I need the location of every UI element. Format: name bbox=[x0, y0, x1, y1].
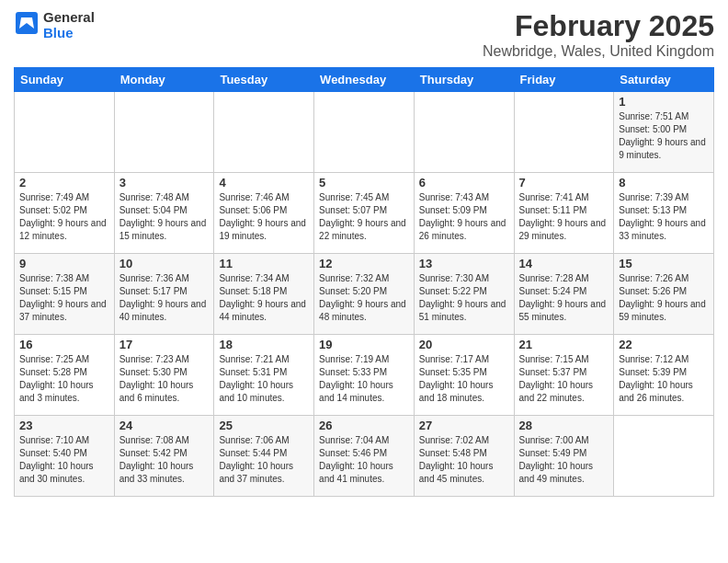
day-info: Sunrise: 7:34 AM Sunset: 5:18 PM Dayligh… bbox=[219, 272, 309, 324]
day-cell: 15Sunrise: 7:26 AM Sunset: 5:26 PM Dayli… bbox=[614, 254, 714, 335]
day-number: 17 bbox=[119, 338, 210, 351]
day-cell: 24Sunrise: 7:08 AM Sunset: 5:42 PM Dayli… bbox=[114, 416, 214, 497]
day-number: 22 bbox=[619, 338, 709, 351]
day-info: Sunrise: 7:49 AM Sunset: 5:02 PM Dayligh… bbox=[19, 191, 109, 243]
day-cell: 23Sunrise: 7:10 AM Sunset: 5:40 PM Dayli… bbox=[15, 416, 115, 497]
day-number: 18 bbox=[219, 338, 309, 351]
day-number: 6 bbox=[419, 176, 509, 190]
day-number: 2 bbox=[19, 176, 109, 190]
week-row-0: 1Sunrise: 7:51 AM Sunset: 5:00 PM Daylig… bbox=[15, 92, 714, 173]
day-info: Sunrise: 7:41 AM Sunset: 5:11 PM Dayligh… bbox=[519, 191, 609, 243]
col-header-monday: Monday bbox=[114, 68, 214, 92]
day-cell: 18Sunrise: 7:21 AM Sunset: 5:31 PM Dayli… bbox=[214, 335, 314, 416]
day-number: 15 bbox=[619, 257, 709, 270]
day-cell: 7Sunrise: 7:41 AM Sunset: 5:11 PM Daylig… bbox=[514, 173, 614, 254]
day-number: 10 bbox=[119, 257, 210, 270]
day-cell: 9Sunrise: 7:38 AM Sunset: 5:15 PM Daylig… bbox=[15, 254, 115, 335]
title-area: February 2025 Newbridge, Wales, United K… bbox=[483, 9, 714, 60]
day-info: Sunrise: 7:21 AM Sunset: 5:31 PM Dayligh… bbox=[219, 353, 309, 405]
day-cell bbox=[514, 92, 614, 173]
calendar-title: February 2025 bbox=[483, 9, 714, 43]
week-row-2: 9Sunrise: 7:38 AM Sunset: 5:15 PM Daylig… bbox=[15, 254, 714, 335]
day-number: 27 bbox=[419, 419, 509, 432]
day-info: Sunrise: 7:04 AM Sunset: 5:46 PM Dayligh… bbox=[319, 434, 409, 486]
day-info: Sunrise: 7:19 AM Sunset: 5:33 PM Dayligh… bbox=[319, 353, 409, 405]
day-number: 24 bbox=[119, 419, 210, 432]
day-cell: 4Sunrise: 7:46 AM Sunset: 5:06 PM Daylig… bbox=[214, 173, 314, 254]
day-number: 12 bbox=[319, 257, 409, 270]
day-cell: 28Sunrise: 7:00 AM Sunset: 5:49 PM Dayli… bbox=[514, 416, 614, 497]
day-number: 1 bbox=[619, 95, 709, 109]
day-info: Sunrise: 7:46 AM Sunset: 5:06 PM Dayligh… bbox=[219, 191, 309, 243]
logo-icon bbox=[14, 10, 40, 36]
header: General Blue February 2025 Newbridge, Wa… bbox=[14, 9, 714, 60]
page: General Blue February 2025 Newbridge, Wa… bbox=[0, 0, 728, 563]
day-cell: 25Sunrise: 7:06 AM Sunset: 5:44 PM Dayli… bbox=[214, 416, 314, 497]
day-cell bbox=[214, 92, 314, 173]
day-number: 8 bbox=[619, 176, 709, 190]
day-info: Sunrise: 7:15 AM Sunset: 5:37 PM Dayligh… bbox=[519, 353, 609, 405]
logo-blue: Blue bbox=[43, 25, 95, 40]
day-info: Sunrise: 7:23 AM Sunset: 5:30 PM Dayligh… bbox=[119, 353, 210, 405]
logo-general: General bbox=[43, 9, 95, 25]
day-number: 21 bbox=[519, 338, 609, 351]
day-cell: 6Sunrise: 7:43 AM Sunset: 5:09 PM Daylig… bbox=[414, 173, 514, 254]
day-number: 9 bbox=[19, 257, 109, 270]
day-cell bbox=[314, 92, 415, 173]
day-info: Sunrise: 7:25 AM Sunset: 5:28 PM Dayligh… bbox=[19, 353, 109, 405]
day-number: 3 bbox=[119, 176, 210, 190]
day-info: Sunrise: 7:43 AM Sunset: 5:09 PM Dayligh… bbox=[419, 191, 509, 243]
day-info: Sunrise: 7:06 AM Sunset: 5:44 PM Dayligh… bbox=[219, 434, 309, 486]
day-info: Sunrise: 7:12 AM Sunset: 5:39 PM Dayligh… bbox=[619, 353, 709, 405]
day-cell bbox=[15, 92, 115, 173]
day-info: Sunrise: 7:39 AM Sunset: 5:13 PM Dayligh… bbox=[619, 191, 709, 243]
day-info: Sunrise: 7:00 AM Sunset: 5:49 PM Dayligh… bbox=[519, 434, 609, 486]
day-info: Sunrise: 7:02 AM Sunset: 5:48 PM Dayligh… bbox=[419, 434, 509, 486]
day-cell: 3Sunrise: 7:48 AM Sunset: 5:04 PM Daylig… bbox=[114, 173, 214, 254]
day-info: Sunrise: 7:48 AM Sunset: 5:04 PM Dayligh… bbox=[119, 191, 210, 243]
day-number: 28 bbox=[519, 419, 609, 432]
day-cell: 5Sunrise: 7:45 AM Sunset: 5:07 PM Daylig… bbox=[314, 173, 415, 254]
day-cell: 10Sunrise: 7:36 AM Sunset: 5:17 PM Dayli… bbox=[114, 254, 214, 335]
day-cell: 16Sunrise: 7:25 AM Sunset: 5:28 PM Dayli… bbox=[15, 335, 115, 416]
day-info: Sunrise: 7:17 AM Sunset: 5:35 PM Dayligh… bbox=[419, 353, 509, 405]
day-cell: 12Sunrise: 7:32 AM Sunset: 5:20 PM Dayli… bbox=[314, 254, 415, 335]
day-cell: 11Sunrise: 7:34 AM Sunset: 5:18 PM Dayli… bbox=[214, 254, 314, 335]
day-cell: 27Sunrise: 7:02 AM Sunset: 5:48 PM Dayli… bbox=[414, 416, 514, 497]
day-cell: 26Sunrise: 7:04 AM Sunset: 5:46 PM Dayli… bbox=[314, 416, 415, 497]
day-cell: 8Sunrise: 7:39 AM Sunset: 5:13 PM Daylig… bbox=[614, 173, 714, 254]
day-info: Sunrise: 7:45 AM Sunset: 5:07 PM Dayligh… bbox=[319, 191, 409, 243]
day-number: 26 bbox=[319, 419, 409, 432]
week-row-4: 23Sunrise: 7:10 AM Sunset: 5:40 PM Dayli… bbox=[15, 416, 714, 497]
day-number: 25 bbox=[219, 419, 309, 432]
day-info: Sunrise: 7:26 AM Sunset: 5:26 PM Dayligh… bbox=[619, 272, 709, 324]
day-number: 14 bbox=[519, 257, 609, 270]
calendar-table: SundayMondayTuesdayWednesdayThursdayFrid… bbox=[14, 67, 714, 497]
day-number: 20 bbox=[419, 338, 509, 351]
day-number: 4 bbox=[219, 176, 309, 190]
day-cell bbox=[414, 92, 514, 173]
col-header-wednesday: Wednesday bbox=[314, 68, 415, 92]
day-number: 16 bbox=[19, 338, 109, 351]
day-cell bbox=[114, 92, 214, 173]
day-info: Sunrise: 7:30 AM Sunset: 5:22 PM Dayligh… bbox=[419, 272, 509, 324]
day-info: Sunrise: 7:10 AM Sunset: 5:40 PM Dayligh… bbox=[19, 434, 109, 486]
calendar-subtitle: Newbridge, Wales, United Kingdom bbox=[483, 43, 714, 60]
day-number: 5 bbox=[319, 176, 409, 190]
logo: General Blue bbox=[14, 9, 95, 40]
header-row: SundayMondayTuesdayWednesdayThursdayFrid… bbox=[15, 68, 714, 92]
day-cell: 14Sunrise: 7:28 AM Sunset: 5:24 PM Dayli… bbox=[514, 254, 614, 335]
day-info: Sunrise: 7:32 AM Sunset: 5:20 PM Dayligh… bbox=[319, 272, 409, 324]
day-number: 11 bbox=[219, 257, 309, 270]
day-cell: 1Sunrise: 7:51 AM Sunset: 5:00 PM Daylig… bbox=[614, 92, 714, 173]
col-header-sunday: Sunday bbox=[15, 68, 115, 92]
day-info: Sunrise: 7:08 AM Sunset: 5:42 PM Dayligh… bbox=[119, 434, 210, 486]
day-info: Sunrise: 7:51 AM Sunset: 5:00 PM Dayligh… bbox=[619, 110, 709, 162]
day-number: 19 bbox=[319, 338, 409, 351]
day-cell: 19Sunrise: 7:19 AM Sunset: 5:33 PM Dayli… bbox=[314, 335, 415, 416]
day-info: Sunrise: 7:28 AM Sunset: 5:24 PM Dayligh… bbox=[519, 272, 609, 324]
day-info: Sunrise: 7:38 AM Sunset: 5:15 PM Dayligh… bbox=[19, 272, 109, 324]
day-number: 7 bbox=[519, 176, 609, 190]
day-info: Sunrise: 7:36 AM Sunset: 5:17 PM Dayligh… bbox=[119, 272, 210, 324]
day-number: 13 bbox=[419, 257, 509, 270]
